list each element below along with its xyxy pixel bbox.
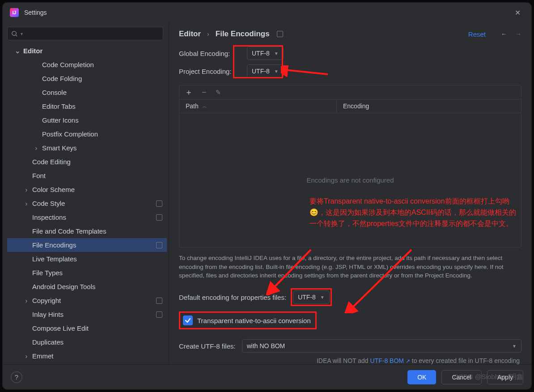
sidebar-item-label: Inlay Hints xyxy=(32,311,64,318)
sidebar-item-font[interactable]: Font xyxy=(7,169,167,183)
nav-forward-icon: → xyxy=(515,30,521,38)
sidebar-item-label: Code Editing xyxy=(32,158,71,166)
chevron-right-icon: › xyxy=(23,187,30,193)
scope-icon xyxy=(156,298,162,304)
search-icon xyxy=(11,30,18,37)
sidebar-item-file-and-code-templates[interactable]: File and Code Templates xyxy=(7,224,167,238)
sidebar-item-live-templates[interactable]: Live Templates xyxy=(7,252,167,266)
project-encoding-select[interactable]: UTF-8 ▼ xyxy=(247,64,284,78)
sidebar-item-android-design-tools[interactable]: Android Design Tools xyxy=(7,280,167,294)
apply-button[interactable]: Apply xyxy=(487,370,523,384)
sidebar-item-label: Android Design Tools xyxy=(32,283,95,290)
sidebar-item-color-scheme[interactable]: ›Color Scheme xyxy=(7,183,167,196)
sidebar-item-label: File Encodings xyxy=(32,241,76,249)
window-title: Settings xyxy=(24,9,47,16)
sidebar-item-label: Smart Keys xyxy=(42,144,77,152)
project-encoding-label: Project Encoding: xyxy=(179,68,242,75)
sidebar-item-label: File Types xyxy=(32,269,63,277)
breadcrumb-root: Editor xyxy=(179,30,201,38)
chevron-right-icon: › xyxy=(23,200,30,207)
chevron-down-icon: ⌄ xyxy=(14,48,21,54)
remove-icon: − xyxy=(202,88,207,97)
sidebar-item-label: Editor Tabs xyxy=(42,102,76,110)
chevron-down-icon: ▼ xyxy=(274,51,279,56)
add-icon[interactable]: ＋ xyxy=(185,87,193,98)
breadcrumb-sep: › xyxy=(207,30,209,38)
sidebar-item-emmet[interactable]: ›Emmet xyxy=(7,349,167,363)
sidebar-item-label: Postfix Completion xyxy=(42,130,98,138)
chevron-down-icon: ▾ xyxy=(21,31,23,36)
sidebar-item-console[interactable]: Console xyxy=(7,85,167,99)
sort-asc-icon: ︿ xyxy=(202,103,207,110)
main-panel: Editor › File Encodings Reset ← → Global… xyxy=(169,22,531,364)
ok-button[interactable]: OK xyxy=(407,370,436,384)
nav-back-icon[interactable]: ← xyxy=(501,30,507,38)
encodings-table: ＋ − ✎ Path ︿ Encoding Encodings are not … xyxy=(179,85,521,247)
sidebar-item-file-types[interactable]: File Types xyxy=(7,266,167,280)
sidebar-item-inlay-hints[interactable]: Inlay Hints xyxy=(7,307,167,321)
chevron-down-icon: ▼ xyxy=(320,295,325,300)
sidebar-item-code-editing[interactable]: Code Editing xyxy=(7,155,167,169)
sidebar-item-label: Gutter Icons xyxy=(42,116,79,124)
sidebar-item-duplicates[interactable]: Duplicates xyxy=(7,335,167,349)
sidebar-item-label: Inspections xyxy=(32,213,66,221)
help-button[interactable]: ? xyxy=(11,371,22,383)
sidebar-item-editor[interactable]: ⌄Editor xyxy=(7,44,167,58)
utf8-bom-link[interactable]: UTF-8 BOM xyxy=(370,357,404,364)
external-link-icon: ↗ xyxy=(406,358,410,364)
search-input[interactable]: ▾ xyxy=(7,27,163,40)
app-icon: IJ xyxy=(10,8,19,17)
sidebar-item-label: Live Templates xyxy=(32,255,77,263)
sidebar-item-code-style[interactable]: ›Code Style xyxy=(7,196,167,210)
column-path[interactable]: Path ︿ xyxy=(179,99,337,113)
sidebar-item-code-folding[interactable]: Code Folding xyxy=(7,72,167,85)
global-encoding-label: Global Encoding: xyxy=(179,50,242,57)
edit-icon: ✎ xyxy=(216,89,221,96)
sidebar-item-label: Console xyxy=(42,89,67,96)
sidebar-item-code-completion[interactable]: Code Completion xyxy=(7,58,167,72)
sidebar-item-label: Emmet xyxy=(32,352,54,360)
scope-icon xyxy=(156,242,162,248)
transparent-ascii-checkbox[interactable] xyxy=(183,315,193,325)
sidebar-item-copyright[interactable]: ›Copyright xyxy=(7,294,167,307)
properties-encoding-label: Default encoding for properties files: xyxy=(179,294,286,301)
chevron-down-icon: ▼ xyxy=(512,344,517,349)
create-utf8-select[interactable]: with NO BOM ▼ xyxy=(242,339,521,353)
sidebar-item-label: Copyright xyxy=(32,297,61,304)
sidebar-item-postfix-completion[interactable]: Postfix Completion xyxy=(7,127,167,141)
transparent-ascii-label: Transparent native-to-ascii conversion xyxy=(197,317,311,324)
sidebar-item-label: Compose Live Edit xyxy=(32,324,89,332)
sidebar-item-label: Code Folding xyxy=(42,75,82,82)
create-utf8-label: Create UTF-8 files: xyxy=(179,342,236,350)
sidebar-item-label: Font xyxy=(32,172,46,179)
close-icon[interactable]: ✕ xyxy=(511,7,524,19)
svg-line-1 xyxy=(16,35,17,36)
table-empty-text: Encodings are not configured xyxy=(179,113,521,247)
settings-tree[interactable]: ⌄EditorCode CompletionCode FoldingConsol… xyxy=(7,44,167,364)
sidebar-item-smart-keys[interactable]: ›Smart Keys xyxy=(7,141,167,155)
sidebar-item-label: Duplicates xyxy=(32,338,64,346)
column-encoding[interactable]: Encoding xyxy=(337,102,521,110)
dialog-footer: ? OK Cancel Apply xyxy=(3,364,531,389)
sidebar-item-label: File and Code Templates xyxy=(32,227,106,235)
reset-button[interactable]: Reset xyxy=(468,30,486,38)
chevron-down-icon: ▼ xyxy=(274,69,279,74)
global-encoding-select[interactable]: UTF-8 ▼ xyxy=(247,47,284,60)
svg-point-0 xyxy=(12,31,16,35)
sidebar-item-editor-tabs[interactable]: Editor Tabs xyxy=(7,99,167,113)
chevron-right-icon: › xyxy=(23,353,30,359)
titlebar: IJ Settings ✕ xyxy=(3,3,531,22)
sidebar-item-label: Code Style xyxy=(32,200,65,207)
scope-icon xyxy=(156,311,162,318)
cancel-button[interactable]: Cancel xyxy=(441,370,482,384)
sidebar-item-gutter-icons[interactable]: Gutter Icons xyxy=(7,113,167,127)
sidebar: ▾ ⌄EditorCode CompletionCode FoldingCons… xyxy=(3,22,169,364)
sidebar-item-compose-live-edit[interactable]: Compose Live Edit xyxy=(7,321,167,335)
sidebar-item-label: Color Scheme xyxy=(32,186,75,193)
scope-icon xyxy=(156,200,162,207)
sidebar-item-file-encodings[interactable]: File Encodings xyxy=(7,238,167,252)
chevron-right-icon: › xyxy=(23,298,30,304)
breadcrumb-leaf: File Encodings xyxy=(216,30,270,38)
properties-encoding-select[interactable]: UTF-8 ▼ xyxy=(293,290,330,304)
sidebar-item-inspections[interactable]: Inspections xyxy=(7,210,167,224)
